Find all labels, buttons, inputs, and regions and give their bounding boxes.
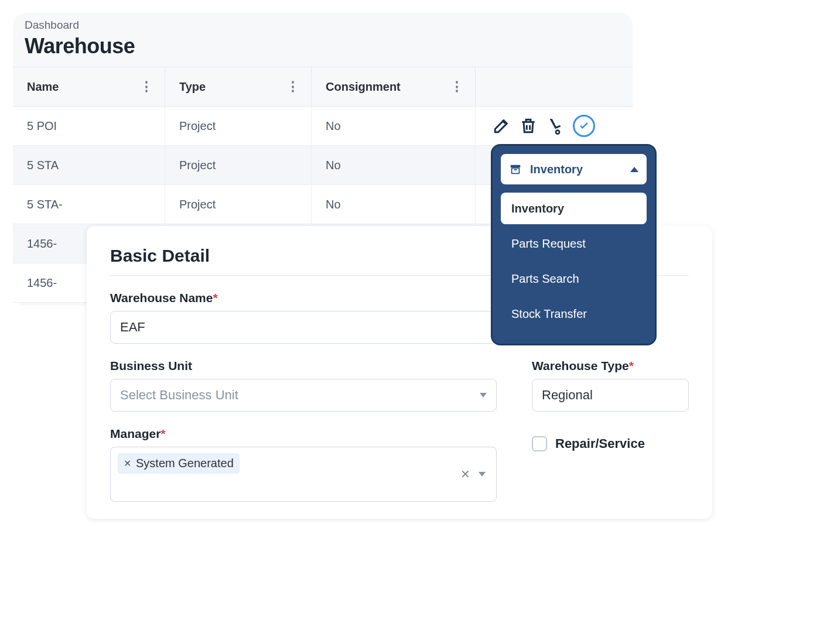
cell-type: Project	[165, 107, 312, 145]
business-unit-placeholder: Select Business Unit	[120, 388, 238, 403]
inventory-dropdown-toggle[interactable]: Inventory	[501, 154, 647, 184]
manager-tag-label: System Generated	[136, 457, 234, 470]
inventory-dropdown-list: Inventory Parts Request Parts Search Sto…	[501, 193, 647, 330]
field-warehouse-type: Warehouse Type* Regional	[532, 359, 689, 412]
col-header-actions	[476, 67, 633, 106]
cell-consignment: No	[312, 107, 476, 145]
manager-tags: ✕ System Generated	[118, 453, 240, 474]
table-row[interactable]: 5 POI Project No	[13, 107, 633, 146]
manager-label: Manager	[110, 427, 160, 440]
grid-header-row: Name ⋮ Type ⋮ Consignment ⋮	[13, 67, 633, 107]
kebab-icon[interactable]: ⋮	[449, 79, 464, 94]
kebab-icon[interactable]: ⋮	[139, 79, 154, 94]
field-repair-service: Repair/Service	[532, 427, 689, 502]
cell-type: Project	[165, 146, 312, 184]
inventory-menu-item[interactable]: Stock Transfer	[501, 298, 647, 330]
required-asterisk: *	[213, 291, 217, 304]
clear-all-icon[interactable]: ✕	[460, 467, 470, 481]
repair-service-checkbox[interactable]	[532, 436, 547, 451]
required-asterisk: *	[629, 359, 634, 372]
warehouse-type-label: Warehouse Type	[532, 359, 629, 372]
page-title: Warehouse	[13, 32, 633, 67]
warehouse-name-input[interactable]	[110, 311, 497, 344]
chevron-down-icon	[480, 393, 487, 398]
inventory-selected-label: Inventory	[530, 163, 622, 176]
archive-box-icon	[509, 163, 522, 176]
inventory-menu-item[interactable]: Parts Request	[501, 228, 647, 259]
warehouse-type-value: Regional	[542, 388, 593, 403]
warehouse-type-select[interactable]: Regional	[532, 379, 689, 412]
cell-consignment: No	[312, 185, 476, 224]
business-unit-label: Business Unit	[110, 359, 192, 372]
breadcrumb[interactable]: Dashboard	[13, 19, 633, 32]
col-header-consignment-label: Consignment	[326, 80, 401, 94]
warehouse-name-label: Warehouse Name	[110, 291, 213, 304]
kebab-icon[interactable]: ⋮	[285, 79, 300, 94]
col-header-consignment[interactable]: Consignment ⋮	[312, 67, 476, 106]
col-header-name[interactable]: Name ⋮	[13, 67, 165, 106]
inventory-menu-item[interactable]: Parts Search	[501, 263, 647, 294]
svg-rect-1	[511, 165, 521, 168]
required-asterisk: *	[160, 427, 165, 440]
business-unit-select[interactable]: Select Business Unit	[110, 379, 497, 412]
cell-name: 5 POI	[13, 107, 165, 145]
svg-rect-3	[514, 169, 517, 170]
svg-point-0	[556, 131, 559, 134]
col-header-name-label: Name	[27, 80, 59, 94]
manager-multiselect[interactable]: ✕ System Generated ✕	[110, 447, 497, 502]
inventory-menu-item[interactable]: Inventory	[501, 193, 647, 224]
inventory-dropdown-panel: Inventory Inventory Parts Request Parts …	[491, 144, 657, 345]
cell-type: Project	[165, 185, 312, 224]
field-business-unit: Business Unit Select Business Unit	[110, 359, 497, 412]
approve-check-icon[interactable]	[573, 115, 595, 137]
repair-service-label: Repair/Service	[555, 436, 645, 451]
col-header-type[interactable]: Type ⋮	[165, 67, 312, 106]
hand-truck-icon[interactable]	[546, 117, 565, 135]
chevron-down-icon[interactable]	[479, 472, 486, 477]
trash-icon[interactable]	[519, 117, 538, 135]
caret-up-icon	[630, 167, 638, 172]
cell-consignment: No	[312, 146, 476, 184]
svg-rect-2	[512, 168, 520, 173]
manager-tag: ✕ System Generated	[118, 453, 240, 474]
edit-icon[interactable]	[492, 117, 511, 135]
col-header-type-label: Type	[179, 80, 206, 94]
cell-name: 5 STA	[13, 146, 165, 184]
cell-name: 5 STA-	[13, 185, 165, 224]
field-manager: Manager* ✕ System Generated ✕	[110, 427, 497, 502]
field-warehouse-name: Warehouse Name*	[110, 291, 497, 344]
row-actions	[476, 107, 633, 145]
tag-remove-icon[interactable]: ✕	[124, 458, 131, 469]
